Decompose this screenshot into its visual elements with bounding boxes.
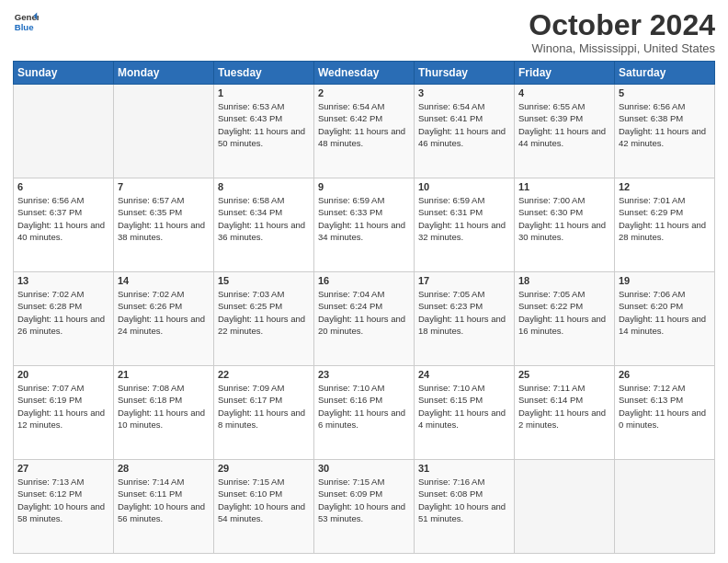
day-number: 27	[17, 463, 109, 474]
day-info: Sunrise: 6:59 AMSunset: 6:31 PMDaylight:…	[418, 194, 510, 243]
day-number: 18	[518, 275, 610, 286]
day-info: Sunrise: 7:15 AMSunset: 6:09 PMDaylight:…	[318, 476, 410, 524]
svg-text:Blue: Blue	[15, 22, 34, 32]
day-cell: 26Sunrise: 7:12 AMSunset: 6:13 PMDayligh…	[615, 366, 715, 460]
day-info: Sunrise: 6:58 AMSunset: 6:34 PMDaylight:…	[218, 194, 310, 243]
day-cell: 22Sunrise: 7:09 AMSunset: 6:17 PMDayligh…	[214, 366, 314, 460]
day-number: 1	[218, 87, 310, 98]
day-number: 30	[318, 463, 410, 474]
day-cell: 4Sunrise: 6:55 AMSunset: 6:39 PMDaylight…	[515, 85, 615, 178]
day-cell	[14, 85, 114, 178]
day-number: 21	[118, 369, 210, 380]
day-info: Sunrise: 6:56 AMSunset: 6:37 PMDaylight:…	[17, 194, 109, 243]
day-cell: 11Sunrise: 7:00 AMSunset: 6:30 PMDayligh…	[515, 178, 615, 272]
day-cell: 1Sunrise: 6:53 AMSunset: 6:43 PMDaylight…	[214, 85, 314, 178]
day-number: 13	[17, 275, 109, 286]
page-container: General Blue October 2024 Winona, Missis…	[0, 0, 728, 563]
calendar-table: SundayMondayTuesdayWednesdayThursdayFrid…	[13, 61, 715, 554]
day-number: 17	[418, 275, 510, 286]
day-number: 22	[218, 369, 310, 380]
day-number: 6	[17, 181, 109, 192]
day-number: 5	[619, 87, 711, 98]
weekday-header-thursday: Thursday	[415, 62, 515, 85]
header: General Blue October 2024 Winona, Missis…	[13, 9, 715, 55]
day-cell: 29Sunrise: 7:15 AMSunset: 6:10 PMDayligh…	[214, 460, 314, 554]
day-cell: 14Sunrise: 7:02 AMSunset: 6:26 PMDayligh…	[114, 272, 214, 366]
week-row-4: 20Sunrise: 7:07 AMSunset: 6:19 PMDayligh…	[14, 366, 715, 460]
day-cell: 7Sunrise: 6:57 AMSunset: 6:35 PMDaylight…	[114, 178, 214, 272]
day-number: 14	[118, 275, 210, 286]
day-cell: 10Sunrise: 6:59 AMSunset: 6:31 PMDayligh…	[415, 178, 515, 272]
day-cell: 19Sunrise: 7:06 AMSunset: 6:20 PMDayligh…	[615, 272, 715, 366]
day-cell: 25Sunrise: 7:11 AMSunset: 6:14 PMDayligh…	[515, 366, 615, 460]
logo: General Blue	[13, 9, 39, 35]
day-info: Sunrise: 7:03 AMSunset: 6:25 PMDaylight:…	[218, 288, 310, 337]
day-info: Sunrise: 7:09 AMSunset: 6:17 PMDaylight:…	[218, 382, 310, 431]
day-number: 4	[518, 87, 610, 98]
day-cell: 15Sunrise: 7:03 AMSunset: 6:25 PMDayligh…	[214, 272, 314, 366]
day-cell: 6Sunrise: 6:56 AMSunset: 6:37 PMDaylight…	[14, 178, 114, 272]
day-cell: 31Sunrise: 7:16 AMSunset: 6:08 PMDayligh…	[415, 460, 515, 554]
day-info: Sunrise: 7:10 AMSunset: 6:16 PMDaylight:…	[318, 382, 410, 431]
weekday-header-sunday: Sunday	[14, 62, 114, 85]
day-info: Sunrise: 6:53 AMSunset: 6:43 PMDaylight:…	[218, 100, 310, 149]
day-info: Sunrise: 7:07 AMSunset: 6:19 PMDaylight:…	[17, 382, 109, 431]
day-cell	[114, 85, 214, 178]
day-number: 24	[418, 369, 510, 380]
week-row-3: 13Sunrise: 7:02 AMSunset: 6:28 PMDayligh…	[14, 272, 715, 366]
weekday-header-monday: Monday	[114, 62, 214, 85]
day-cell: 27Sunrise: 7:13 AMSunset: 6:12 PMDayligh…	[14, 460, 114, 554]
day-info: Sunrise: 7:15 AMSunset: 6:10 PMDaylight:…	[218, 476, 310, 524]
day-number: 26	[619, 369, 711, 380]
day-cell: 9Sunrise: 6:59 AMSunset: 6:33 PMDaylight…	[314, 178, 415, 272]
day-info: Sunrise: 6:57 AMSunset: 6:35 PMDaylight:…	[118, 194, 210, 243]
day-info: Sunrise: 6:54 AMSunset: 6:42 PMDaylight:…	[318, 100, 410, 149]
day-number: 2	[318, 87, 410, 98]
day-info: Sunrise: 7:05 AMSunset: 6:23 PMDaylight:…	[418, 288, 510, 337]
week-row-2: 6Sunrise: 6:56 AMSunset: 6:37 PMDaylight…	[14, 178, 715, 272]
day-cell: 16Sunrise: 7:04 AMSunset: 6:24 PMDayligh…	[314, 272, 415, 366]
month-title: October 2024	[529, 9, 715, 41]
day-cell: 24Sunrise: 7:10 AMSunset: 6:15 PMDayligh…	[415, 366, 515, 460]
day-info: Sunrise: 7:11 AMSunset: 6:14 PMDaylight:…	[518, 382, 610, 431]
weekday-header-tuesday: Tuesday	[214, 62, 314, 85]
weekday-header-friday: Friday	[515, 62, 615, 85]
day-cell: 30Sunrise: 7:15 AMSunset: 6:09 PMDayligh…	[314, 460, 415, 554]
day-cell: 21Sunrise: 7:08 AMSunset: 6:18 PMDayligh…	[114, 366, 214, 460]
day-cell: 20Sunrise: 7:07 AMSunset: 6:19 PMDayligh…	[14, 366, 114, 460]
day-info: Sunrise: 7:10 AMSunset: 6:15 PMDaylight:…	[418, 382, 510, 431]
day-number: 10	[418, 181, 510, 192]
day-info: Sunrise: 6:55 AMSunset: 6:39 PMDaylight:…	[518, 100, 610, 149]
day-info: Sunrise: 7:08 AMSunset: 6:18 PMDaylight:…	[118, 382, 210, 431]
day-number: 19	[619, 275, 711, 286]
day-cell: 28Sunrise: 7:14 AMSunset: 6:11 PMDayligh…	[114, 460, 214, 554]
day-number: 11	[518, 181, 610, 192]
day-number: 29	[218, 463, 310, 474]
location: Winona, Mississippi, United States	[529, 41, 715, 55]
day-cell: 12Sunrise: 7:01 AMSunset: 6:29 PMDayligh…	[615, 178, 715, 272]
day-info: Sunrise: 7:06 AMSunset: 6:20 PMDaylight:…	[619, 288, 711, 337]
day-info: Sunrise: 7:05 AMSunset: 6:22 PMDaylight:…	[518, 288, 610, 337]
week-row-1: 1Sunrise: 6:53 AMSunset: 6:43 PMDaylight…	[14, 85, 715, 178]
day-number: 9	[318, 181, 410, 192]
weekday-header-saturday: Saturday	[615, 62, 715, 85]
day-cell	[515, 460, 615, 554]
day-number: 25	[518, 369, 610, 380]
day-cell: 13Sunrise: 7:02 AMSunset: 6:28 PMDayligh…	[14, 272, 114, 366]
day-cell: 5Sunrise: 6:56 AMSunset: 6:38 PMDaylight…	[615, 85, 715, 178]
day-number: 3	[418, 87, 510, 98]
day-info: Sunrise: 7:16 AMSunset: 6:08 PMDaylight:…	[418, 476, 510, 524]
day-number: 15	[218, 275, 310, 286]
day-info: Sunrise: 7:12 AMSunset: 6:13 PMDaylight:…	[619, 382, 711, 431]
day-number: 20	[17, 369, 109, 380]
day-info: Sunrise: 7:13 AMSunset: 6:12 PMDaylight:…	[17, 476, 109, 524]
weekday-header-row: SundayMondayTuesdayWednesdayThursdayFrid…	[14, 62, 715, 85]
title-block: October 2024 Winona, Mississippi, United…	[529, 9, 715, 55]
day-info: Sunrise: 7:02 AMSunset: 6:28 PMDaylight:…	[17, 288, 109, 337]
day-cell	[615, 460, 715, 554]
day-number: 8	[218, 181, 310, 192]
weekday-header-wednesday: Wednesday	[314, 62, 415, 85]
day-info: Sunrise: 7:02 AMSunset: 6:26 PMDaylight:…	[118, 288, 210, 337]
logo-icon: General Blue	[13, 9, 39, 35]
day-number: 23	[318, 369, 410, 380]
